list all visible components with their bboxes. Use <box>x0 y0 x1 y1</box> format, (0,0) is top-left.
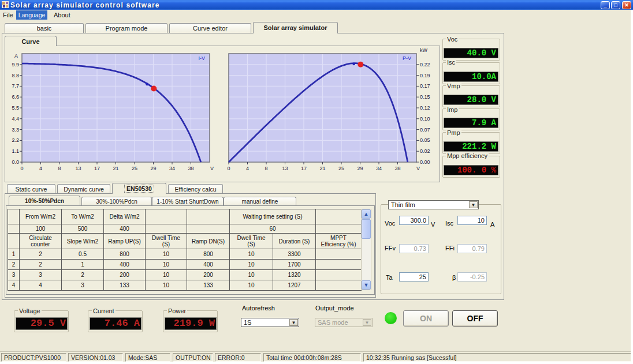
svg-text:4: 4 <box>246 166 249 171</box>
svg-text:17: 17 <box>301 166 307 171</box>
svg-text:9.9: 9.9 <box>12 62 19 67</box>
svg-text:I-V: I-V <box>198 55 205 61</box>
svg-text:0.07: 0.07 <box>420 127 430 133</box>
svg-text:21: 21 <box>113 166 118 171</box>
svg-text:8: 8 <box>265 166 267 171</box>
svg-text:7.7: 7.7 <box>12 83 19 89</box>
svg-text:0.10: 0.10 <box>420 116 430 122</box>
svg-text:5.5: 5.5 <box>12 105 19 111</box>
svg-text:P-V: P-V <box>403 55 411 61</box>
svg-text:25: 25 <box>132 166 137 171</box>
svg-text:V: V <box>210 166 214 171</box>
svg-text:A: A <box>14 53 18 59</box>
svg-text:0.0: 0.0 <box>12 159 19 165</box>
svg-text:0.05: 0.05 <box>420 137 430 143</box>
svg-text:2.2: 2.2 <box>12 137 19 143</box>
svg-text:1.1: 1.1 <box>12 148 19 154</box>
svg-text:38: 38 <box>394 166 400 171</box>
svg-text:38: 38 <box>188 166 193 171</box>
svg-text:0.17: 0.17 <box>420 83 430 89</box>
svg-text:0.22: 0.22 <box>420 62 430 67</box>
svg-text:29: 29 <box>150 166 156 171</box>
svg-text:29: 29 <box>357 166 363 171</box>
svg-text:0.12: 0.12 <box>420 105 430 111</box>
svg-text:34: 34 <box>169 166 175 171</box>
svg-text:21: 21 <box>319 166 325 171</box>
svg-text:13: 13 <box>282 166 288 171</box>
svg-text:8.8: 8.8 <box>12 73 19 78</box>
svg-text:0.00: 0.00 <box>420 159 430 165</box>
svg-text:13: 13 <box>75 166 81 171</box>
svg-text:kW: kW <box>420 47 428 53</box>
svg-text:0.19: 0.19 <box>420 73 430 78</box>
svg-text:4: 4 <box>39 166 42 171</box>
svg-text:0: 0 <box>227 166 230 171</box>
svg-text:4.4: 4.4 <box>12 116 19 122</box>
svg-text:0: 0 <box>20 166 23 171</box>
svg-text:0.15: 0.15 <box>420 94 430 100</box>
svg-text:V: V <box>416 166 420 171</box>
svg-text:3.3: 3.3 <box>12 127 19 133</box>
svg-text:34: 34 <box>376 166 382 171</box>
svg-text:25: 25 <box>338 166 344 171</box>
svg-text:17: 17 <box>94 166 100 171</box>
svg-text:0.02: 0.02 <box>420 148 430 154</box>
svg-text:8: 8 <box>58 166 61 171</box>
svg-text:6.6: 6.6 <box>12 94 19 100</box>
